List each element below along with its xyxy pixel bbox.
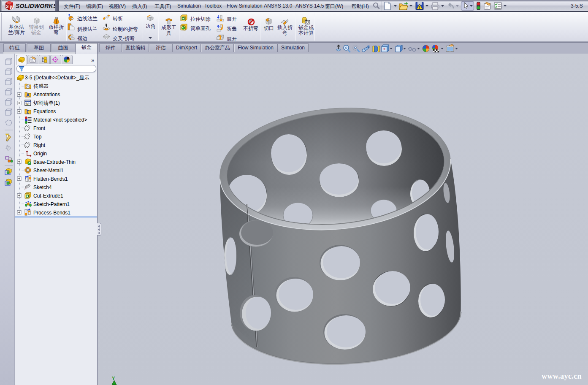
svg-text:S: S bbox=[6, 4, 9, 9]
svg-text:Right: Right bbox=[33, 142, 46, 148]
svg-text:Base-Extrude-Thin: Base-Extrude-Thin bbox=[33, 159, 76, 165]
svg-text:Annotations: Annotations bbox=[33, 92, 60, 98]
svg-text:Sketch-Pattern1: Sketch-Pattern1 bbox=[33, 201, 70, 207]
svg-text:Flatten-Bends1: Flatten-Bends1 bbox=[33, 176, 68, 182]
svg-text:Sketch4: Sketch4 bbox=[33, 184, 52, 190]
svg-text:传感器: 传感器 bbox=[33, 83, 49, 89]
svg-text:Sheet-Metal1: Sheet-Metal1 bbox=[33, 168, 64, 174]
svg-text:Material <not specified>: Material <not specified> bbox=[33, 117, 87, 123]
svg-text:Process-Bends1: Process-Bends1 bbox=[33, 210, 70, 216]
svg-text:Top: Top bbox=[33, 134, 42, 140]
svg-text:Origin: Origin bbox=[33, 151, 47, 157]
svg-text:3-5 (Default<<Default>_显示: 3-5 (Default<<Default>_显示 bbox=[25, 75, 89, 81]
svg-text:切割清单(1): 切割清单(1) bbox=[33, 100, 60, 106]
svg-text:Cut-Extrude1: Cut-Extrude1 bbox=[33, 193, 63, 199]
svg-text:A: A bbox=[26, 92, 30, 98]
svg-text:Front: Front bbox=[33, 125, 46, 131]
svg-text:Y: Y bbox=[112, 376, 115, 381]
svg-text:Σ: Σ bbox=[27, 110, 29, 114]
svg-text:W: W bbox=[10, 5, 14, 10]
svg-text:Equations: Equations bbox=[33, 108, 56, 114]
